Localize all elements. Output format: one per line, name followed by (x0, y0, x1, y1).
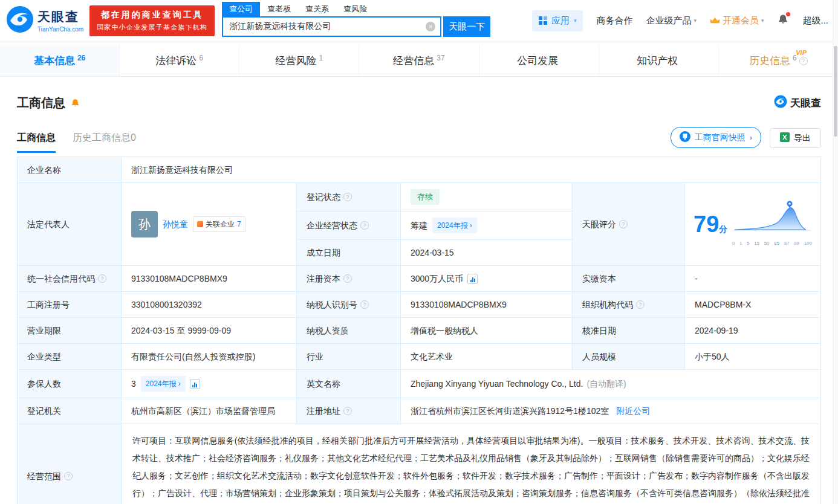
related-companies-badge[interactable]: 关联企业 7 (193, 216, 245, 232)
status-badge: 存续 (411, 189, 440, 205)
scrollbar-track (833, 0, 838, 504)
legal-rep-link[interactable]: 孙悦童 (163, 218, 188, 231)
notifications-bell[interactable] (777, 13, 789, 28)
field-label: 组织机构代码? (573, 292, 685, 318)
field-label: 参保人数 (18, 370, 122, 398)
tab-operation-info[interactable]: 经营信息 37 (359, 45, 479, 76)
reg-capital-value: 3000万人民币 (401, 266, 573, 292)
field-label: 工商注册号 (18, 292, 122, 318)
field-label: 实缴资本 (573, 266, 685, 292)
field-label: 企业类型 (18, 344, 122, 370)
annual-report-label: 2024年报 (437, 219, 468, 232)
tab-operation-risk[interactable]: 经营风险 1 (239, 45, 359, 76)
scrollbar-thumb[interactable] (834, 46, 837, 137)
apps-button[interactable]: 应用 ▾ (532, 10, 583, 31)
info-icon[interactable]: ? (636, 300, 645, 309)
credit-code-value: 91330108MADCP8BMX9 (122, 266, 297, 292)
search-box: × (222, 16, 441, 37)
field-label: 人员规模 (573, 344, 685, 370)
nearby-companies-link[interactable]: 附近公司 (616, 404, 650, 418)
subtab-business-info[interactable]: 工商信息 (17, 132, 56, 153)
chevron-right-icon: › (750, 133, 752, 142)
capital-chart-icon[interactable] (467, 274, 478, 284)
search-tab-relation[interactable]: 查关系 (298, 2, 336, 16)
tab-legal-litigation[interactable]: 法律诉讼 6 (120, 45, 239, 76)
tab-company-development[interactable]: 公司发展 (479, 45, 599, 76)
field-label: 企业经营状态? (297, 212, 401, 240)
nav-open-membership[interactable]: 开通会员 ▾ (710, 15, 764, 27)
brand-domain: TianYanCha.com (37, 26, 83, 33)
info-icon[interactable]: ? (360, 221, 369, 230)
tab-label: 知识产权 (637, 54, 678, 68)
info-icon[interactable]: ? (799, 57, 808, 65)
nav-enterprise-label: 企业级产品 (646, 15, 691, 27)
avatar[interactable]: 孙 (131, 211, 158, 237)
info-icon[interactable]: ? (343, 274, 352, 283)
nav-super[interactable]: 超级... (802, 15, 828, 27)
nav-business-cooperation[interactable]: 商务合作 (596, 15, 632, 27)
top-nav: 应用 ▾ 商务合作 企业级产品 ▾ 开通会员 ▾ 超级... (532, 10, 828, 31)
nav-vip-label: 开通会员 (723, 15, 759, 27)
field-label: 企业名称 (18, 157, 122, 183)
nav-enterprise-products[interactable]: 企业级产品 ▾ (646, 15, 697, 27)
tab-intellectual-property[interactable]: 知识产权 (599, 45, 719, 76)
reg-status-value: 存续 (401, 183, 573, 212)
tianyan-score-value: 79分 0151550859799100 (685, 183, 820, 266)
tab-label: 经营风险 (276, 54, 317, 68)
tab-count: 6 (793, 54, 797, 62)
field-label: 统一社会信用代码? (18, 266, 122, 292)
tianyancha-watermark: 天眼查 (774, 95, 821, 111)
subtab-label: 历史工商信息 (73, 132, 131, 143)
annual-report-link[interactable]: 2024年报› (141, 376, 186, 392)
info-icon[interactable]: ? (98, 274, 106, 283)
info-icon[interactable]: ? (360, 300, 369, 309)
clear-icon[interactable]: × (426, 22, 435, 31)
tab-count: 26 (77, 54, 85, 62)
search-button[interactable]: 天眼一下 (443, 16, 490, 37)
nav-cooperation-label: 商务合作 (596, 15, 632, 27)
field-label: 登记状态? (297, 183, 401, 212)
search-tab-company[interactable]: 查公司 (222, 2, 260, 16)
search-tab-risk[interactable]: 查风险 (336, 2, 374, 16)
info-icon[interactable]: ? (343, 407, 352, 415)
brand-name: 天眼查 (37, 8, 83, 25)
main-content: 工商信息 天眼查 工商信息 历史工商信息0 工商官网快照 › 导出 (0, 95, 838, 504)
search-tab-boss[interactable]: 查老板 (260, 2, 298, 16)
annual-report-link[interactable]: 2024年报› (432, 218, 477, 233)
bell-icon (777, 17, 789, 27)
approval-date-value: 2024-09-19 (685, 318, 820, 344)
nav-super-label: 超级... (802, 15, 828, 27)
search-input[interactable] (223, 22, 426, 31)
company-name-value: 浙江新扬意远科技有限公司 (122, 157, 820, 183)
promo-banner: 都在用的商业查询工具 国家中小企业发展子基金旗下机构 (89, 5, 215, 36)
watermark-label: 天眼查 (790, 96, 821, 110)
score-axis-ticks: 0151550859799100 (732, 237, 812, 250)
apps-grid-icon (539, 16, 547, 25)
snapshot-icon (680, 131, 690, 144)
info-icon[interactable]: ? (343, 193, 352, 201)
chevron-down-icon: ▾ (693, 18, 697, 24)
notification-dot (786, 12, 790, 16)
info-icon[interactable]: ? (64, 472, 73, 480)
crown-icon (710, 16, 720, 26)
tianyancha-logo[interactable]: 天眼查 TianYanCha.com (6, 5, 83, 36)
business-scope-value: 许可项目：互联网信息服务(依法须经批准的项目，经相关部门批准后方可开展经营活动，… (122, 424, 820, 504)
related-label: 关联企业 (206, 218, 235, 231)
insured-trend-icon[interactable] (190, 379, 200, 389)
monitor-bell-icon[interactable] (70, 98, 80, 108)
annual-report-label: 2024年报 (146, 377, 177, 390)
tab-history-info[interactable]: VIP 历史信息 6 ? (719, 45, 838, 76)
info-icon[interactable]: ? (619, 220, 628, 228)
establish-date-value: 2024-03-15 (401, 240, 573, 266)
export-button[interactable]: 导出 (770, 128, 821, 148)
score-distribution-chart: 0151550859799100 (732, 199, 812, 250)
legal-rep-value: 孙 孙悦童 关联企业 7 (122, 183, 297, 266)
tab-count: 1 (319, 54, 323, 62)
official-snapshot-button[interactable]: 工商官网快照 › (671, 127, 761, 148)
field-label: 纳税人资质 (297, 318, 401, 344)
subtab-history-business-info[interactable]: 历史工商信息0 (73, 132, 136, 153)
tab-basic-info[interactable]: 基本信息 26 (0, 45, 120, 76)
vip-badge: VIP (796, 49, 807, 56)
chevron-down-icon: ▾ (574, 18, 577, 24)
biz-status-value: 筹建 2024年报› (401, 212, 573, 240)
